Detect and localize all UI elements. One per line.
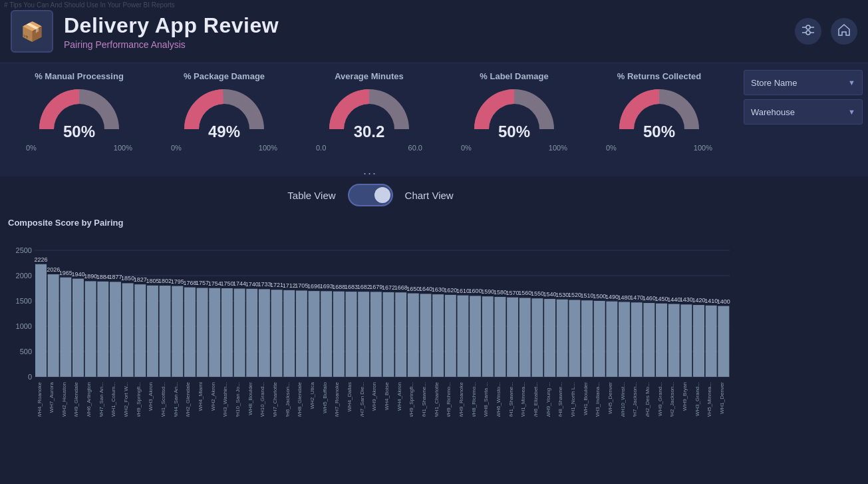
bar-36[interactable] bbox=[482, 296, 494, 377]
bar-38[interactable] bbox=[507, 298, 518, 377]
bar-9[interactable] bbox=[147, 286, 158, 377]
home-icon-button[interactable] bbox=[831, 18, 857, 45]
bar-49[interactable] bbox=[643, 303, 654, 377]
svg-text:WH4_Miami: WH4_Miami bbox=[198, 382, 204, 411]
bar-41[interactable] bbox=[544, 299, 555, 377]
bar-33[interactable] bbox=[445, 295, 456, 377]
bar-6[interactable] bbox=[110, 282, 121, 377]
gauge-max-2: 60.0 bbox=[408, 144, 422, 152]
bar-47[interactable] bbox=[619, 302, 630, 377]
bar-14[interactable] bbox=[209, 288, 220, 377]
bar-55[interactable] bbox=[718, 306, 729, 377]
filter-label-warehouse: Warehouse bbox=[751, 107, 795, 117]
bar-31[interactable] bbox=[420, 294, 431, 377]
bar-8[interactable] bbox=[134, 284, 146, 377]
svg-text:1640: 1640 bbox=[419, 286, 432, 292]
bar-52[interactable] bbox=[680, 304, 692, 377]
toggle-dots: ··· bbox=[363, 166, 377, 180]
svg-text:WH2_Jackson...: WH2_Jackson... bbox=[669, 382, 675, 417]
chart-view-label: Chart View bbox=[405, 190, 454, 201]
bar-13[interactable] bbox=[197, 288, 208, 377]
bar-21[interactable] bbox=[296, 290, 307, 377]
svg-text:1630: 1630 bbox=[432, 286, 445, 293]
bar-53[interactable] bbox=[693, 305, 704, 377]
filter-icon-button[interactable] bbox=[795, 18, 821, 45]
svg-text:1570: 1570 bbox=[506, 290, 519, 296]
bar-40[interactable] bbox=[531, 298, 543, 377]
filter-warehouse[interactable]: Warehouse▼ bbox=[744, 99, 863, 124]
bar-7[interactable] bbox=[122, 283, 134, 377]
bar-44[interactable] bbox=[581, 300, 593, 377]
bar-20[interactable] bbox=[283, 290, 295, 377]
bar-12[interactable] bbox=[184, 288, 196, 377]
bar-2[interactable] bbox=[60, 278, 71, 377]
svg-text:2000: 2000 bbox=[16, 272, 32, 280]
bar-34[interactable] bbox=[457, 296, 468, 377]
gauge-4: 50% bbox=[606, 83, 712, 142]
svg-text:1696: 1696 bbox=[307, 283, 321, 290]
bar-28[interactable] bbox=[383, 292, 394, 377]
bar-48[interactable] bbox=[631, 302, 643, 377]
watermark-text: # Tips You Can And Should Use In Your Po… bbox=[0, 0, 179, 10]
bar-23[interactable] bbox=[321, 291, 332, 377]
bar-0[interactable] bbox=[35, 264, 47, 377]
bar-37[interactable] bbox=[494, 297, 506, 377]
bar-17[interactable] bbox=[246, 289, 257, 377]
bar-29[interactable] bbox=[395, 292, 406, 377]
svg-text:WH6_Arlington: WH6_Arlington bbox=[86, 382, 92, 417]
svg-text:WH4_Dallas: WH4_Dallas bbox=[347, 382, 353, 411]
svg-text:1827: 1827 bbox=[134, 276, 147, 283]
bar-11[interactable] bbox=[172, 286, 183, 377]
bar-26[interactable] bbox=[358, 292, 369, 377]
toggle-switch[interactable] bbox=[348, 184, 393, 206]
svg-text:1450: 1450 bbox=[655, 296, 668, 302]
bar-35[interactable] bbox=[470, 296, 481, 377]
bar-22[interactable] bbox=[309, 291, 320, 377]
bar-39[interactable] bbox=[519, 298, 531, 377]
bar-42[interactable] bbox=[557, 300, 568, 377]
svg-text:WH9_Bryan: WH9_Bryan bbox=[682, 382, 688, 411]
bar-4[interactable] bbox=[85, 281, 96, 377]
bar-43[interactable] bbox=[569, 300, 580, 377]
svg-text:1805: 1805 bbox=[146, 278, 159, 284]
left-content: Table View ··· Chart View Composite Scor… bbox=[0, 176, 741, 484]
bar-1[interactable] bbox=[48, 274, 59, 377]
bar-25[interactable] bbox=[346, 292, 357, 377]
bar-18[interactable] bbox=[259, 289, 270, 377]
bar-24[interactable] bbox=[333, 292, 345, 377]
bar-32[interactable] bbox=[432, 294, 444, 377]
svg-text:1540: 1540 bbox=[543, 291, 557, 298]
svg-text:WH2_Fort W...: WH2_Fort W... bbox=[123, 382, 129, 417]
svg-text:1530: 1530 bbox=[555, 292, 569, 298]
svg-text:WH1_Minnea...: WH1_Minnea... bbox=[520, 382, 526, 417]
svg-text:WH3_Washin...: WH3_Washin... bbox=[222, 382, 228, 417]
bar-30[interactable] bbox=[408, 294, 419, 377]
title-block: Delivery App Review Pairing Performance … bbox=[64, 13, 279, 50]
bar-3[interactable] bbox=[72, 279, 84, 377]
bar-16[interactable] bbox=[234, 288, 245, 377]
svg-text:WH1_Shawne...: WH1_Shawne... bbox=[421, 382, 427, 417]
gauge-labels-3: 0%100% bbox=[461, 144, 567, 152]
svg-text:WH8_Glendale: WH8_Glendale bbox=[297, 381, 303, 417]
bar-54[interactable] bbox=[706, 306, 717, 377]
bar-5[interactable] bbox=[97, 282, 108, 377]
svg-text:1520: 1520 bbox=[568, 292, 581, 298]
bar-27[interactable] bbox=[370, 292, 382, 377]
bar-15[interactable] bbox=[221, 288, 233, 377]
svg-text:1550: 1550 bbox=[531, 290, 544, 297]
svg-text:WH6_Elizabet...: WH6_Elizabet... bbox=[533, 382, 539, 417]
gauge-min-2: 0.0 bbox=[316, 144, 326, 152]
bar-46[interactable] bbox=[606, 302, 617, 377]
gauge-labels-0: 0%100% bbox=[26, 144, 132, 152]
filter-store-name[interactable]: Store Name▼ bbox=[744, 70, 863, 95]
bar-45[interactable] bbox=[594, 301, 605, 377]
app-subtitle: Pairing Performance Analysis bbox=[64, 39, 279, 50]
bar-50[interactable] bbox=[656, 304, 667, 377]
bar-10[interactable] bbox=[160, 286, 171, 377]
svg-text:1890: 1890 bbox=[84, 273, 97, 280]
bar-19[interactable] bbox=[271, 290, 283, 377]
svg-text:WH2_Des Mo...: WH2_Des Mo... bbox=[645, 382, 651, 417]
toggle-switch-container[interactable]: ··· bbox=[348, 184, 393, 206]
svg-text:1470: 1470 bbox=[630, 294, 643, 301]
bar-51[interactable] bbox=[668, 304, 680, 377]
